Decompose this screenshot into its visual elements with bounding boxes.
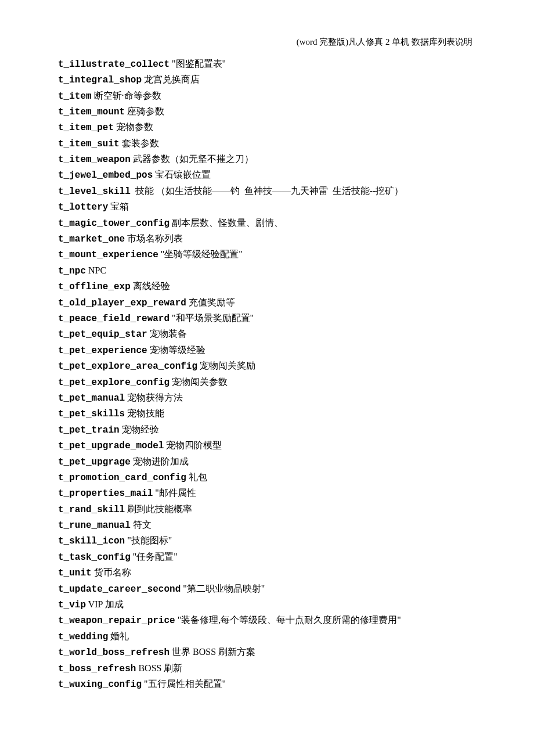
table-entry: t_lottery 宝箱 (58, 199, 476, 215)
table-key: t_rand_skill (58, 505, 125, 515)
table-key: t_pet_explore_config (58, 377, 169, 388)
table-entry: t_illustrate_collect "图鉴配置表" (58, 56, 476, 72)
table-key: t_npc (58, 266, 86, 276)
table-desc: 断空斩·命等参数 (92, 91, 161, 100)
table-entry: t_unit 货币名称 (58, 565, 476, 581)
table-desc: 套装参数 (120, 138, 159, 148)
table-key: t_update_career_second (58, 584, 181, 595)
table-entry: t_pet_explore_config 宠物闯关参数 (58, 375, 476, 390)
table-key: t_promotion_card_config (58, 473, 186, 483)
table-desc: 宝石镶嵌位置 (153, 170, 211, 179)
table-entry: t_promotion_card_config 礼包 (58, 470, 476, 485)
document-page: (word 完整版)凡人修真 2 单机 数据库列表说明 t_illustrate… (0, 0, 534, 750)
table-desc: 宠物四阶模型 (164, 440, 222, 450)
table-key: t_pet_equip_star (58, 329, 147, 340)
table-key: t_peace_field_reward (58, 314, 169, 324)
table-entry: t_pet_explore_area_config 宠物闯关奖励 (58, 358, 476, 374)
table-entry: t_pet_manual 宠物获得方法 (58, 390, 476, 406)
table-entry: t_rune_manual 符文 (58, 517, 476, 533)
table-key: t_wedding (58, 632, 108, 642)
table-key: t_world_boss_refresh (58, 647, 169, 658)
table-desc: 宠物闯关参数 (169, 377, 228, 387)
table-entry: t_item_pet 宠物参数 (58, 120, 476, 135)
table-desc: "图鉴配置表" (169, 59, 226, 69)
table-key: t_lottery (58, 202, 108, 213)
table-desc: "第二职业物品映射" (181, 584, 265, 593)
table-desc: 婚礼 (108, 631, 129, 641)
table-key: t_unit (58, 568, 92, 578)
table-desc: 宠物闯关奖励 (197, 361, 255, 370)
table-entry: t_weapon_repair_price "装备修理,每个等级段、每十点耐久度… (58, 613, 476, 628)
table-entry: t_npc NPC (58, 263, 476, 279)
table-desc: 宠物进阶加成 (131, 456, 189, 466)
table-desc: 离线经验 (131, 281, 170, 291)
table-key: t_rune_manual (58, 520, 131, 531)
table-key: t_wuxing_config (58, 679, 142, 690)
table-desc: 货币名称 (92, 567, 131, 577)
table-desc: 宝箱 (108, 201, 129, 211)
table-entry: t_offline_exp 离线经验 (58, 279, 476, 294)
table-entry: t_item_mount 座骑参数 (58, 104, 476, 120)
table-list: t_illustrate_collect "图鉴配置表"t_integral_s… (58, 56, 476, 693)
table-desc: "五行属性相关配置" (142, 679, 226, 689)
table-key: t_old_player_exp_reward (58, 298, 186, 308)
table-key: t_magic_tower_config (58, 218, 169, 229)
table-entry: t_skill_icon "技能图标" (58, 533, 476, 549)
table-entry: t_pet_upgrade_model 宠物四阶模型 (58, 438, 476, 453)
table-entry: t_market_one 市场名称列表 (58, 231, 476, 247)
table-desc: "装备修理,每个等级段、每十点耐久度所需的修理费用" (175, 615, 401, 625)
table-key: t_item_weapon (58, 154, 131, 165)
table-entry: t_vip VIP 加成 (58, 597, 476, 613)
table-entry: t_integral_shop 龙宫兑换商店 (58, 72, 476, 88)
table-key: t_integral_shop (58, 75, 142, 85)
table-desc: "技能图标" (125, 535, 172, 545)
table-entry: t_pet_experience 宠物等级经验 (58, 343, 476, 358)
table-key: t_pet_upgrade_model (58, 441, 164, 451)
table-key: t_mount_experience (58, 250, 158, 260)
table-key: t_item_pet (58, 123, 114, 133)
table-desc: 宠物经验 (120, 424, 159, 434)
table-entry: t_properties_mail "邮件属性 (58, 485, 476, 501)
table-desc: 座骑参数 (125, 106, 164, 116)
table-desc: 宠物等级经验 (147, 345, 205, 355)
table-desc: 符文 (131, 520, 151, 530)
table-key: t_item_suit (58, 139, 120, 149)
table-entry: t_pet_upgrage 宠物进阶加成 (58, 454, 476, 470)
table-entry: t_item_weapon 武器参数（如无坚不摧之刀） (58, 152, 476, 167)
table-desc: BOSS 刷新 (136, 663, 182, 673)
table-key: t_pet_explore_area_config (58, 361, 197, 372)
table-key: t_illustrate_collect (58, 59, 169, 70)
table-desc: NPC (86, 265, 106, 275)
table-entry: t_old_player_exp_reward 充值奖励等 (58, 295, 476, 311)
table-entry: t_level_skill 技能 （如生活技能——钓 鱼神技——九天神雷 生活技… (58, 183, 476, 199)
table-key: t_boss_refresh (58, 664, 136, 674)
table-desc: VIP 加成 (86, 599, 124, 609)
table-key: t_pet_skills (58, 409, 125, 419)
table-key: t_offline_exp (58, 282, 131, 292)
table-desc: 刷到此技能概率 (125, 504, 192, 514)
table-entry: t_task_config "任务配置" (58, 549, 476, 565)
table-desc: 龙宫兑换商店 (142, 74, 200, 84)
table-entry: t_update_career_second "第二职业物品映射" (58, 581, 476, 597)
table-entry: t_world_boss_refresh 世界 BOSS 刷新方案 (58, 645, 476, 660)
table-entry: t_magic_tower_config 副本层数、怪数量、剧情、 (58, 215, 476, 231)
table-desc: "邮件属性 (153, 488, 196, 498)
table-desc: "和平场景奖励配置" (169, 313, 254, 323)
table-desc: 宠物参数 (114, 122, 153, 132)
table-desc: 技能 （如生活技能——钓 鱼神技——九天神雷 生活技能--挖矿） (131, 186, 404, 196)
table-entry: t_item_suit 套装参数 (58, 136, 476, 152)
table-entry: t_item 断空斩·命等参数 (58, 88, 476, 104)
table-key: t_pet_train (58, 425, 120, 435)
table-desc: 宠物装备 (147, 329, 187, 339)
table-desc: 副本层数、怪数量、剧情、 (169, 218, 283, 228)
table-key: t_pet_upgrage (58, 457, 131, 467)
table-entry: t_boss_refresh BOSS 刷新 (58, 661, 476, 676)
table-entry: t_mount_experience "坐骑等级经验配置" (58, 247, 476, 262)
table-entry: t_jewel_embed_pos 宝石镶嵌位置 (58, 167, 476, 183)
table-entry: t_pet_train 宠物经验 (58, 422, 476, 438)
table-key: t_properties_mail (58, 488, 153, 499)
table-desc: 充值奖励等 (186, 297, 235, 307)
table-entry: t_pet_equip_star 宠物装备 (58, 326, 476, 342)
table-key: t_item_mount (58, 107, 125, 117)
table-desc: 礼包 (186, 472, 207, 482)
